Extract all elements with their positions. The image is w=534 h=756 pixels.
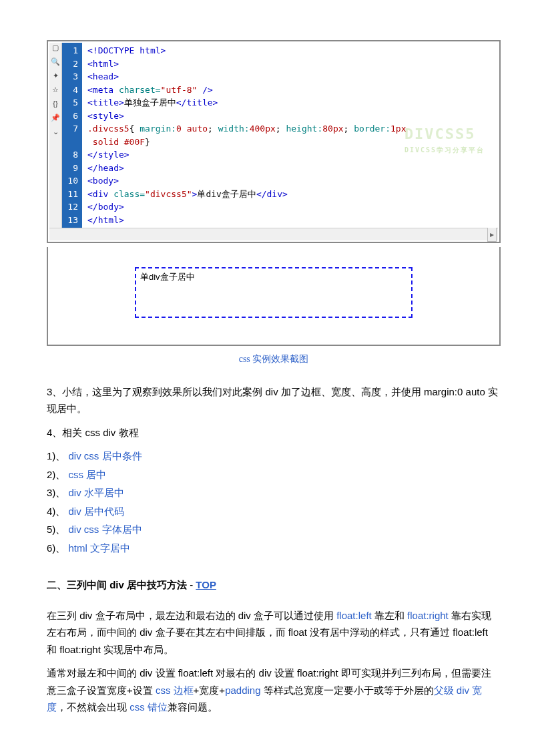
preview-box: 单div盒子居中: [135, 267, 413, 318]
tutorial-link[interactable]: div 水平居中: [69, 487, 124, 498]
marker-icon: ✦: [53, 72, 59, 79]
list-item: 6)、 html 文字居中: [47, 540, 501, 557]
scroll-right-icon[interactable]: ▸: [487, 227, 497, 242]
list-item: 5)、 div css 字体居中: [47, 521, 501, 538]
summary-paragraph: 3、小结，这里为了观察到效果所以我们对此案例 div 加了边框、宽度、高度，并使…: [47, 383, 501, 417]
css-misalign-link[interactable]: css 错位: [129, 701, 168, 713]
pin-icon: 📌: [51, 114, 60, 122]
top-link[interactable]: TOP: [196, 579, 216, 590]
code-area: DIVCSS5DIVCSS学习分享平台 <!DOCTYPE html><html…: [82, 43, 498, 228]
paragraph-6: 通常对最左和中间的 div 设置 float:left 对最右的 div 设置 …: [47, 665, 501, 716]
tutorial-link[interactable]: html 文字居中: [69, 542, 131, 554]
section-heading: 二、三列中间 div 居中技巧方法 - TOP: [47, 576, 501, 594]
paragraph-5: 在三列 div 盒子布局中，最左边和最右边的 div 盒子可以通过使用 floa…: [47, 607, 501, 658]
list-item: 2)、 css 居中: [47, 466, 501, 484]
line-numbers: 1234567 8910111213: [62, 43, 82, 228]
list-item: 3)、 div 水平居中: [47, 484, 501, 502]
section-title: 二、三列中间 div 居中技巧方法: [47, 579, 187, 590]
horizontal-scrollbar[interactable]: ▸: [49, 228, 498, 240]
preview-pane: 单div盒子居中: [47, 247, 501, 346]
braces-icon: {}: [53, 100, 57, 108]
caret-icon: ⌄: [53, 128, 59, 136]
tutorial-link[interactable]: div css 居中条件: [69, 450, 142, 461]
tutorial-link[interactable]: css 居中: [69, 469, 107, 480]
doc-icon: ▢: [52, 44, 59, 51]
padding-link[interactable]: padding: [225, 685, 260, 696]
search-icon: 🔍: [51, 58, 60, 65]
code-editor-block: ▢ 🔍 ✦ ☆ {} 📌 ⌄ 1234567 8910111213 DIVCSS…: [47, 40, 501, 243]
float-right-link[interactable]: float:right: [407, 610, 449, 621]
related-links-list: 1)、 div css 居中条件2)、 css 居中3)、 div 水平居中4)…: [47, 447, 501, 556]
list-item: 1)、 div css 居中条件: [47, 447, 501, 465]
tutorial-link[interactable]: div css 字体居中: [69, 524, 142, 535]
watermark: DIVCSS5DIVCSS学习分享平台: [405, 123, 485, 155]
star-icon: ☆: [52, 86, 59, 93]
css-border-link[interactable]: css 边框: [156, 685, 194, 696]
figure-caption: css 实例效果截图: [47, 351, 501, 367]
list-item: 4)、 div 居中代码: [47, 503, 501, 520]
float-left-link[interactable]: float:left: [336, 610, 372, 621]
related-heading: 4、相关 css div 教程: [47, 424, 501, 441]
editor-gutter: ▢ 🔍 ✦ ☆ {} 📌 ⌄: [49, 43, 62, 228]
tutorial-link[interactable]: div 居中代码: [69, 506, 124, 517]
